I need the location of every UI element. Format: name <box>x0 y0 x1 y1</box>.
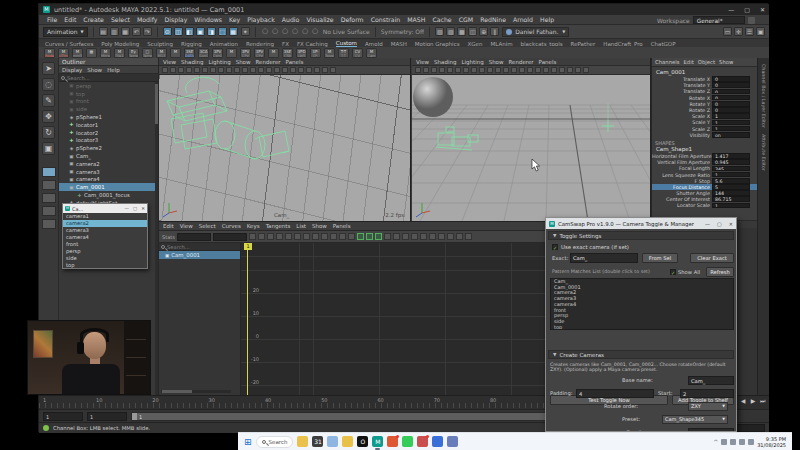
graph-tool-icon[interactable] <box>402 233 409 240</box>
viewport-menu-item[interactable]: Lighting <box>208 59 230 65</box>
taskbar-app-icon[interactable]: O <box>357 436 368 447</box>
lasso-tool-icon[interactable]: ◌ <box>42 78 55 91</box>
outliner-search[interactable]: Search... <box>59 74 158 82</box>
graph-editor-menu-item[interactable]: Keys <box>247 223 260 229</box>
clock[interactable]: 9:35 PM 31/08/2025 <box>757 436 786 448</box>
graph-tool-icon[interactable] <box>258 233 265 240</box>
channel-row[interactable]: Focal Length 345 <box>652 165 757 171</box>
outliner-item[interactable]: ▣ side <box>59 105 156 113</box>
file-tool-icon[interactable]: ▤ <box>99 27 108 36</box>
rotate-tool-icon[interactable]: ↻ <box>42 126 55 139</box>
shelf-button[interactable]: 3CAGunCon <box>198 48 209 58</box>
channel-row[interactable]: Translate Z 0 <box>652 88 757 94</box>
pattern-match-item[interactable]: top <box>551 325 733 330</box>
menu-item[interactable]: Modify <box>137 16 158 23</box>
taskbar-app-icon[interactable] <box>432 436 443 447</box>
menu-item[interactable]: Playback <box>247 16 275 23</box>
refresh-button[interactable]: Refresh <box>706 267 734 277</box>
file-tool-icon[interactable]: ▦ <box>121 27 130 36</box>
menu-item[interactable]: Help <box>540 16 554 23</box>
symmetry-label[interactable]: Symmetry: Off <box>381 28 424 35</box>
channel-row[interactable]: Lens Squeeze Ratio 1 <box>652 171 757 177</box>
viewport-toolbar-icon[interactable] <box>583 67 589 73</box>
channel-row[interactable]: Rotate Z 0 <box>652 107 757 113</box>
mic-icon[interactable] <box>730 439 736 445</box>
rotate-order-dropdown[interactable]: ZXY▼ <box>688 402 728 411</box>
taskbar-app-icon[interactable] <box>327 436 338 447</box>
file-tool-icon[interactable]: ▥ <box>110 27 119 36</box>
menu-item[interactable]: Arnold <box>513 16 533 23</box>
move-tool-icon[interactable]: ✥ <box>42 110 55 123</box>
snap-tool-icon[interactable]: ◨ <box>207 27 216 36</box>
sidebar-toggle-icon[interactable]: ▣ <box>756 27 765 36</box>
graph-editor-menu-item[interactable]: List <box>296 223 306 229</box>
viewport-toolbar-icon[interactable] <box>202 67 208 73</box>
viewport-menu-item[interactable]: Panels <box>539 59 557 65</box>
menu-set-dropdown[interactable]: Animation▼ <box>43 27 88 37</box>
outliner-item[interactable]: ✚ locator1 <box>59 121 156 129</box>
graph-tool-icon[interactable] <box>393 233 400 240</box>
viewport-toolbar-icon[interactable] <box>455 67 461 73</box>
channel-row[interactable]: Scale X 1 <box>652 113 757 119</box>
file-tool-icon[interactable]: ↷ <box>143 27 152 36</box>
outliner-item[interactable]: ▣ camera2 <box>59 160 156 168</box>
graph-tool-icon[interactable] <box>375 233 382 240</box>
graph-tool-icon[interactable] <box>447 233 454 240</box>
file-tool-icon[interactable]: ↶ <box>132 27 141 36</box>
viewport-menu-item[interactable]: View <box>163 59 176 65</box>
camera-list-item[interactable]: camera2 <box>63 220 147 227</box>
outliner-item[interactable]: ▣ Cam_ <box>59 152 156 160</box>
viewport-toolbar-icon[interactable] <box>535 67 541 73</box>
graph-tool-icon[interactable] <box>276 233 283 240</box>
taskbar-search[interactable]: Search <box>256 436 294 448</box>
viewport-right[interactable]: ViewShadingLightingShowRendererPanels <box>412 58 651 221</box>
camera-list-item[interactable]: persp <box>63 248 147 255</box>
viewport-toolbar-icon[interactable] <box>551 67 557 73</box>
viewport-menu-item[interactable]: Show <box>236 59 251 65</box>
menu-item[interactable]: Cache <box>432 16 451 23</box>
viewport-menu-item[interactable]: Lighting <box>461 59 483 65</box>
shelf-button[interactable]: ▦ <box>86 48 97 58</box>
graph-tool-icon[interactable] <box>312 233 319 240</box>
graph-tool-icon[interactable] <box>339 233 346 240</box>
viewport-toolbar-icon[interactable] <box>242 67 248 73</box>
sidebar-tab[interactable]: Attribute Editor <box>761 134 766 171</box>
shelf-button[interactable]: 3PVCPV <box>254 48 265 58</box>
sidebar-toggle-icon[interactable]: ▭ <box>723 27 732 36</box>
maximize-button[interactable]: ▢ <box>717 221 722 227</box>
clear-exact-button[interactable]: Clear Exact <box>690 253 734 263</box>
close-button[interactable]: ✕ <box>141 206 145 211</box>
channel-row[interactable]: Focus Distance 5 <box>652 184 757 190</box>
graph-editor-menu-item[interactable]: Tangents <box>266 223 291 229</box>
camera-list-item[interactable]: front <box>63 241 147 248</box>
snap-tool-icon[interactable]: ◫ <box>174 27 183 36</box>
viewport-toolbar-icon[interactable] <box>463 67 469 73</box>
graph-tool-icon[interactable] <box>366 233 373 240</box>
snap-tool-icon[interactable]: ⬚ <box>218 27 227 36</box>
maximize-button[interactable]: ▢ <box>744 6 750 13</box>
taskbar-app-icon[interactable]: 31 <box>312 436 323 447</box>
padding-input[interactable]: 4 <box>576 389 654 398</box>
graph-editor-menu-item[interactable]: Curves <box>222 223 241 229</box>
preset-dropdown[interactable]: Cam_Shape345▼ <box>662 415 728 424</box>
taskbar-app-icon[interactable] <box>402 436 413 447</box>
lock-tool-icon[interactable]: ✦ <box>241 27 250 36</box>
animation-start-field[interactable]: 1 <box>43 412 83 421</box>
from-sel-button[interactable]: From Sel <box>642 253 678 263</box>
shelf-button[interactable]: CVCV <box>352 48 363 58</box>
shelf-button[interactable]: MMirror <box>100 48 111 58</box>
shape-node-name[interactable]: Cam_Shape1 <box>652 146 757 153</box>
shelf-button[interactable]: MuTime <box>58 48 69 58</box>
outliner-item[interactable]: ◈ pSphere2 <box>59 144 156 152</box>
viewport-toolbar-icon[interactable] <box>282 67 288 73</box>
node-name[interactable]: Cam_0001 <box>652 67 757 76</box>
outliner-item[interactable]: ▣ camera4 <box>59 176 156 184</box>
viewport-toolbar-icon[interactable] <box>431 67 437 73</box>
outliner-item[interactable]: ▣ top <box>59 90 156 98</box>
graph-tool-icon[interactable] <box>348 233 355 240</box>
viewport-menu-item[interactable]: View <box>416 59 429 65</box>
channel-row[interactable]: Locator Scale 1 <box>652 202 757 208</box>
graph-tool-icon[interactable] <box>267 233 274 240</box>
playback-button[interactable]: ▶ <box>749 397 757 405</box>
viewport-toolbar-icon[interactable] <box>306 67 312 73</box>
